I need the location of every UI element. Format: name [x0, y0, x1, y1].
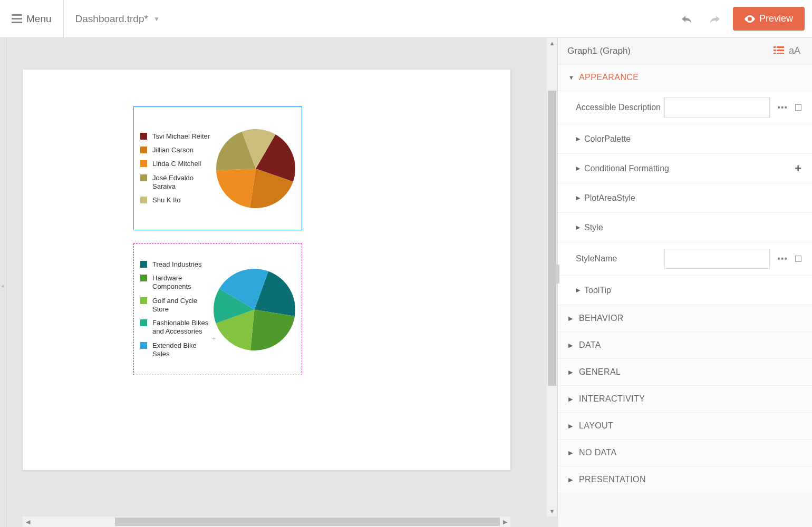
legend-item: Hardware Components — [140, 274, 209, 291]
ellipsis-button[interactable]: ••• — [775, 103, 790, 112]
prop-label: Accessible Description — [576, 103, 664, 112]
legend-item: José Edvaldo Saraiva — [140, 174, 212, 191]
legend-label: Extended Bike Sales — [152, 341, 209, 359]
legend-label: Hardware Components — [152, 274, 209, 291]
legend-item: Linda C Mitchell — [140, 160, 212, 168]
legend-label: José Edvaldo Saraiva — [152, 174, 212, 191]
chevron-right-icon — [568, 423, 575, 430]
group-appearance[interactable]: APPEARANCE — [558, 64, 812, 91]
scroll-left-icon[interactable]: ◀ — [23, 519, 33, 525]
legend-swatch — [140, 319, 147, 326]
eye-icon — [745, 15, 755, 23]
chevron-right-icon — [568, 476, 575, 483]
scroll-thumb[interactable] — [115, 518, 500, 526]
style-name-input[interactable] — [664, 249, 770, 269]
pie-chart-icon — [214, 269, 295, 350]
graph1-pie-chart[interactable]: Tsvi Michael ReiterJillian CarsonLinda C… — [133, 106, 302, 230]
chevron-down-icon — [568, 74, 575, 81]
categorized-view-icon[interactable] — [771, 45, 787, 56]
panel-resize-handle[interactable] — [556, 265, 559, 284]
legend-swatch — [140, 275, 147, 281]
group-label: GENERAL — [579, 367, 621, 377]
prop-label: PlotAreaStyle — [584, 193, 801, 203]
pie-chart-icon — [216, 129, 295, 208]
expression-button[interactable] — [795, 104, 801, 111]
top-toolbar: Menu Dashboard.trdp* ▼ Preview — [0, 0, 812, 38]
legend-swatch — [140, 297, 147, 304]
hamburger-icon — [12, 14, 22, 23]
group-data[interactable]: DATA — [558, 332, 812, 359]
legend-item: Extended Bike Sales — [140, 341, 209, 359]
prop-plot-area-style[interactable]: ▶ PlotAreaStyle — [558, 183, 812, 213]
prop-label: Style — [584, 223, 801, 232]
group-label: LAYOUT — [579, 421, 613, 431]
scroll-up-icon[interactable]: ▲ — [547, 38, 557, 48]
group-behavior[interactable]: BEHAVIOR — [558, 305, 812, 332]
group-label: APPEARANCE — [579, 73, 639, 82]
chevron-right-icon: ▶ — [576, 287, 584, 294]
group-label: BEHAVIOR — [579, 314, 624, 323]
group-layout[interactable]: LAYOUT — [558, 413, 812, 440]
prop-label: ColorPalette — [584, 134, 801, 144]
menu-button[interactable]: Menu — [0, 0, 64, 37]
prop-label: ToolTip — [584, 286, 801, 295]
legend-item: Jillian Carson — [140, 146, 212, 154]
horizontal-scrollbar[interactable]: ◀ ▶ — [23, 516, 510, 527]
file-name: Dashboard.trdp* — [75, 13, 148, 25]
legend-item: Tread Industries — [140, 260, 209, 269]
group-nodata[interactable]: NO DATA — [558, 440, 812, 466]
chevron-right-icon: ▶ — [576, 194, 584, 201]
add-button[interactable]: + — [795, 162, 801, 175]
undo-button[interactable] — [676, 8, 697, 30]
prop-style-name: StyleName ••• — [558, 242, 812, 276]
chevron-right-icon — [568, 342, 575, 349]
prop-style[interactable]: ▶ Style — [558, 213, 812, 242]
redo-icon — [709, 14, 721, 24]
group-general[interactable]: GENERAL — [558, 359, 812, 386]
ellipsis-button[interactable]: ••• — [775, 254, 790, 264]
redo-button[interactable] — [704, 8, 726, 30]
scroll-thumb[interactable] — [548, 91, 556, 386]
chevron-right-icon — [568, 315, 575, 322]
menu-label: Menu — [26, 13, 52, 25]
group-label: NO DATA — [579, 448, 617, 457]
prop-tooltip[interactable]: ▶ ToolTip — [558, 276, 812, 305]
prop-color-palette[interactable]: ▶ ColorPalette — [558, 124, 812, 154]
scroll-right-icon[interactable]: ▶ — [500, 519, 510, 525]
file-name-dropdown[interactable]: Dashboard.trdp* ▼ — [64, 13, 171, 25]
legend-swatch — [140, 342, 147, 349]
legend-swatch — [140, 197, 147, 203]
group-presentation[interactable]: PRESENTATION — [558, 466, 812, 493]
chevron-right-icon: ▶ — [576, 135, 584, 142]
legend-item: Golf and Cycle Store — [140, 297, 209, 314]
legend-swatch — [140, 160, 147, 167]
preview-label: Preview — [759, 13, 793, 24]
prop-label: Conditional Formatting — [584, 164, 795, 173]
preview-button[interactable]: Preview — [733, 7, 805, 31]
legend-label: Jillian Carson — [152, 146, 194, 154]
legend-label: Tread Industries — [152, 260, 201, 269]
legend-swatch — [140, 133, 147, 140]
design-canvas-area: Tsvi Michael ReiterJillian CarsonLinda C… — [7, 38, 557, 527]
prop-accessible-description: Accessible Description ••• — [558, 91, 812, 124]
group-label: PRESENTATION — [579, 475, 646, 484]
chevron-down-icon: ▼ — [153, 15, 160, 23]
legend-label: Golf and Cycle Store — [152, 297, 209, 314]
legend-swatch — [140, 147, 147, 153]
legend-label: Fashionable Bikes and Accessories — [152, 319, 209, 336]
left-collapse-strip[interactable] — [0, 38, 7, 527]
plus-icon: + — [212, 335, 216, 343]
group-label: DATA — [579, 340, 601, 350]
prop-conditional-formatting[interactable]: ▶ Conditional Formatting + — [558, 154, 812, 183]
expression-button[interactable] — [795, 256, 801, 262]
scroll-down-icon[interactable]: ▼ — [547, 506, 557, 516]
accessible-description-input[interactable] — [664, 97, 770, 118]
alphabetical-view-icon[interactable]: aA — [787, 45, 803, 56]
properties-panel: Graph1 (Graph) aA APPEARANCE Accessible … — [557, 38, 812, 527]
group-interactivity[interactable]: INTERACTIVITY — [558, 386, 812, 413]
graph2-pie-chart[interactable]: Tread IndustriesHardware ComponentsGolf … — [133, 243, 302, 375]
legend-item: Shu K Ito — [140, 196, 212, 204]
chevron-right-icon: ▶ — [576, 224, 584, 231]
report-page[interactable]: Tsvi Michael ReiterJillian CarsonLinda C… — [23, 70, 510, 470]
chevron-right-icon — [568, 396, 575, 403]
